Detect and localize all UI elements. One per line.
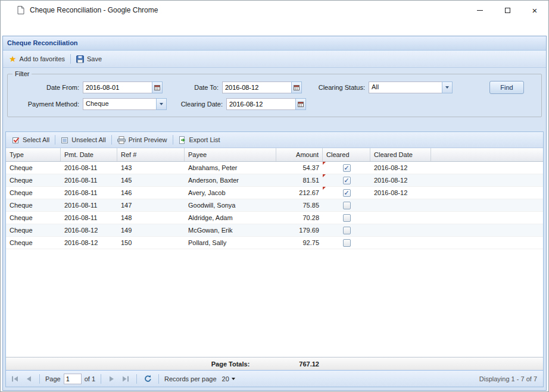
column-header-payee[interactable]: Payee <box>185 148 276 161</box>
grid-toolbar: Select All Unselect All Prin <box>6 132 543 148</box>
cleared-checkbox[interactable]: ✓ <box>343 189 351 197</box>
table-body: Cheque2016-08-11143Abrahams, Peter54.37✓… <box>6 162 543 357</box>
cell-type: Cheque <box>6 162 61 174</box>
top-toolbar: ★ Add to favorites Save <box>3 51 546 68</box>
refresh-button[interactable] <box>142 374 153 384</box>
cleared-checkbox[interactable] <box>343 227 351 234</box>
clearing-status-value: All <box>369 81 442 93</box>
cell-type: Cheque <box>6 212 61 224</box>
payment-method-value: Cheque <box>83 98 157 110</box>
filter-area: Filter Date From: Date To: <box>3 68 546 124</box>
previous-page-icon <box>26 376 31 382</box>
first-page-icon <box>12 376 18 382</box>
date-from-field <box>83 81 163 93</box>
cleared-checkbox[interactable]: ✓ <box>343 177 351 184</box>
column-header-amount[interactable]: Amount <box>276 148 323 161</box>
cell-filler <box>431 199 543 211</box>
cell-cleared <box>323 199 370 211</box>
clearing-date-field <box>226 98 306 110</box>
unselect-all-button[interactable]: Unselect All <box>58 135 108 145</box>
table-row[interactable]: Cheque2016-08-11148Aldridge, Adam70.28 <box>6 212 543 224</box>
cell-amount: 75.85 <box>276 199 323 211</box>
date-from-label: Date From: <box>13 84 83 91</box>
date-to-input[interactable] <box>222 81 292 93</box>
cell-filler <box>431 237 543 249</box>
next-page-icon <box>110 376 114 382</box>
page-label: Page <box>45 375 61 382</box>
cell-cleared-date: 2016-08-12 <box>370 187 431 199</box>
chevron-down-icon <box>232 378 235 380</box>
column-header-type[interactable]: Type <box>6 148 61 161</box>
table-row[interactable]: Cheque2016-08-12150Pollard, Sally92.75 <box>6 237 543 249</box>
table-row[interactable]: Cheque2016-08-11147Goodwill, Sonya75.85 <box>6 199 543 212</box>
close-icon: × <box>532 6 538 15</box>
column-header-filler <box>431 148 543 161</box>
panel-title: Cheque Reconciliation <box>3 36 546 51</box>
cell-type: Cheque <box>6 224 61 236</box>
export-list-button[interactable]: Export List <box>176 135 223 145</box>
page-totals-label: Page Totals: <box>185 357 276 370</box>
table-row[interactable]: Cheque2016-08-12149McGowan, Erik179.69 <box>6 224 543 237</box>
page-totals-value: 767.12 <box>276 357 323 370</box>
date-to-calendar-trigger[interactable] <box>291 81 302 93</box>
previous-page-button[interactable] <box>23 374 34 384</box>
column-header-cleared[interactable]: Cleared <box>323 148 370 161</box>
date-to-label: Date To: <box>163 84 222 91</box>
minimize-button[interactable] <box>466 1 494 20</box>
cell-cleared-date <box>370 212 431 224</box>
window-title: Cheque Reconciliation - Google Chrome <box>30 6 158 14</box>
save-button[interactable]: Save <box>73 54 105 64</box>
clearing-date-calendar-trigger[interactable] <box>295 98 306 110</box>
print-preview-button[interactable]: Print Preview <box>114 135 170 145</box>
last-page-button[interactable] <box>120 374 131 384</box>
browser-window: Cheque Reconciliation - Google Chrome × … <box>0 0 549 392</box>
cell-filler <box>431 174 543 186</box>
page-of-label: of 1 <box>85 375 95 382</box>
select-all-button[interactable]: Select All <box>9 135 52 145</box>
toolbar-separator <box>111 135 112 145</box>
titlebar: Cheque Reconciliation - Google Chrome × <box>1 1 548 20</box>
clearing-status-combo[interactable]: All <box>369 81 453 93</box>
table-row[interactable]: Cheque2016-08-11143Abrahams, Peter54.37✓… <box>6 162 543 174</box>
cell-pmt-date: 2016-08-11 <box>61 212 117 224</box>
payment-method-combo[interactable]: Cheque <box>83 98 167 110</box>
first-page-button[interactable] <box>10 374 20 384</box>
page-number-input[interactable] <box>64 374 82 384</box>
column-header-cleared-date[interactable]: Cleared Date <box>370 148 431 161</box>
records-per-page-combo[interactable]: 20 <box>220 374 238 384</box>
filter-fieldset: Filter Date From: Date To: <box>7 70 542 117</box>
date-from-input[interactable] <box>83 81 152 93</box>
clearing-status-dropdown-trigger[interactable] <box>442 81 453 93</box>
next-page-button[interactable] <box>107 374 117 384</box>
cell-pmt-date: 2016-08-12 <box>61 224 117 236</box>
cell-payee: McGowan, Erik <box>185 224 276 236</box>
clearing-date-input[interactable] <box>226 98 296 110</box>
cell-payee: Pollard, Sally <box>185 237 276 249</box>
close-button[interactable]: × <box>521 1 548 20</box>
maximize-button[interactable] <box>494 1 521 20</box>
cleared-checkbox[interactable] <box>343 239 351 247</box>
cell-ref: 145 <box>117 174 185 186</box>
paging-toolbar: Page of 1 Records per page <box>6 370 543 387</box>
column-header-ref[interactable]: Ref # <box>117 148 185 161</box>
calendar-icon <box>154 84 160 90</box>
column-header-pmt-date[interactable]: Pmt. Date <box>61 148 117 161</box>
cell-filler <box>431 224 543 236</box>
cell-cleared-date: 2016-08-12 <box>370 162 431 174</box>
add-to-favorites-button[interactable]: ★ Add to favorites <box>6 54 68 64</box>
cell-cleared-date <box>370 237 431 249</box>
table-row[interactable]: Cheque2016-08-11145Anderson, Baxter81.51… <box>6 174 543 187</box>
table-row[interactable]: Cheque2016-08-11146Avery, Jacob212.67✓20… <box>6 187 543 199</box>
cleared-checkbox[interactable]: ✓ <box>343 164 351 172</box>
cleared-checkbox[interactable] <box>343 202 351 209</box>
clearing-date-label: Clearing Date: <box>167 101 226 108</box>
toolbar-separator <box>173 135 173 145</box>
calendar-icon <box>298 101 304 107</box>
date-from-calendar-trigger[interactable] <box>152 81 163 93</box>
filter-legend: Filter <box>13 70 32 77</box>
cell-ref: 143 <box>117 162 185 174</box>
dirty-cell-marker <box>323 174 326 177</box>
cleared-checkbox[interactable] <box>343 214 351 222</box>
payment-method-dropdown-trigger[interactable] <box>156 98 167 110</box>
find-button[interactable]: Find <box>489 81 524 94</box>
